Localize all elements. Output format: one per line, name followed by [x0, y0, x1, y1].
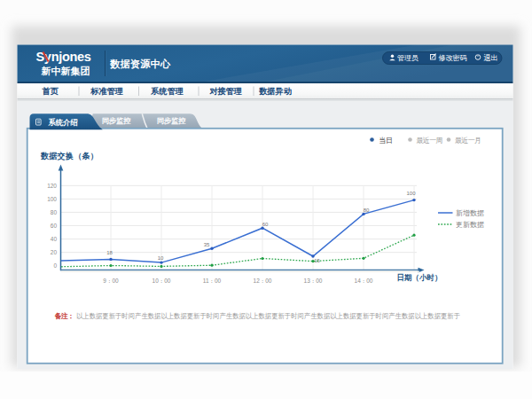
svg-text:数据异动: 数据异动	[258, 87, 292, 96]
svg-text:15: 15	[314, 258, 320, 263]
svg-text:11：00: 11：00	[203, 278, 222, 284]
svg-text:20: 20	[51, 249, 58, 255]
svg-text:9：00: 9：00	[103, 278, 119, 284]
svg-text:对接管理: 对接管理	[208, 86, 242, 96]
svg-text:60: 60	[262, 222, 269, 227]
svg-text:系统管理: 系统管理	[150, 87, 184, 96]
svg-text:10: 10	[158, 255, 164, 261]
svg-text:新增数据: 新增数据	[456, 209, 484, 217]
svg-text:80: 80	[51, 209, 58, 215]
svg-text:18: 18	[106, 250, 113, 255]
svg-text:同步监控: 同步监控	[157, 116, 186, 125]
svg-text:数据资源中心: 数据资源中心	[109, 58, 171, 70]
svg-text:35: 35	[204, 242, 210, 247]
svg-text:13：00: 13：00	[304, 278, 323, 284]
svg-text:标准管理: 标准管理	[90, 87, 123, 96]
svg-text:首页: 首页	[42, 87, 59, 96]
svg-text:以上数据更新于时间产生数据以上数据更新于时间产生数据以上数据: 以上数据更新于时间产生数据以上数据更新于时间产生数据以上数据更新于时间产生数据以…	[76, 312, 460, 320]
svg-text:120: 120	[47, 183, 57, 189]
svg-text:最近一月: 最近一月	[455, 137, 481, 145]
svg-text:新中新集团: 新中新集团	[41, 66, 90, 76]
svg-text:60: 60	[51, 223, 58, 229]
svg-text:同步监控: 同步监控	[102, 116, 131, 125]
svg-text:最近一周: 最近一周	[417, 137, 443, 145]
svg-text:数据交换（条）: 数据交换（条）	[40, 152, 98, 160]
svg-text:100: 100	[406, 191, 416, 196]
svg-text:日期（小时）: 日期（小时）	[397, 273, 442, 282]
svg-text:管理员: 管理员	[397, 54, 419, 62]
svg-text:Synjones: Synjones	[36, 50, 91, 64]
svg-text:12：00: 12：00	[254, 278, 272, 284]
svg-text:100: 100	[47, 196, 57, 202]
svg-text:80: 80	[364, 207, 370, 213]
svg-text:当日: 当日	[379, 137, 394, 145]
svg-text:退出: 退出	[484, 53, 498, 62]
svg-text:备注：: 备注：	[54, 312, 74, 320]
svg-text:40: 40	[51, 236, 58, 242]
svg-text:更新数据: 更新数据	[456, 221, 484, 229]
svg-text:0: 0	[53, 262, 57, 269]
svg-text:14：00: 14：00	[355, 278, 373, 284]
svg-text:10：00: 10：00	[153, 278, 171, 284]
svg-text:修改密码: 修改密码	[439, 54, 467, 62]
svg-text:系统介绍: 系统介绍	[48, 118, 78, 127]
